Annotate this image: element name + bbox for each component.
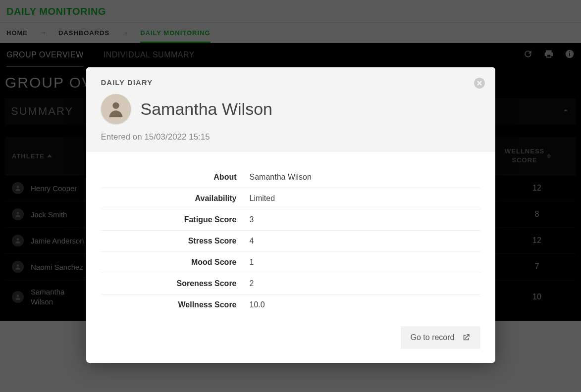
detail-value: 3 xyxy=(250,215,254,224)
detail-row: Mood Score1 xyxy=(101,252,480,273)
entered-timestamp: Entered on 15/03/2022 15:15 xyxy=(101,132,480,142)
detail-label: About xyxy=(101,173,250,182)
detail-row: Wellness Score10.0 xyxy=(101,294,480,315)
modal-footer: Go to record xyxy=(86,320,495,363)
detail-label: Availability xyxy=(101,194,250,203)
detail-value: Samantha Wilson xyxy=(250,173,312,182)
modal-body: AboutSamantha WilsonAvailabilityLimitedF… xyxy=(86,152,495,320)
detail-label: Wellness Score xyxy=(101,300,250,309)
detail-label: Fatigue Score xyxy=(101,215,250,224)
detail-value: 4 xyxy=(250,237,254,245)
detail-label: Stress Score xyxy=(101,237,250,245)
person-name: Samantha Wilson xyxy=(141,99,272,119)
svg-point-9 xyxy=(112,102,119,109)
modal-overlay[interactable]: DAILY DIARY Samantha Wilson Entered on 1… xyxy=(0,0,581,392)
detail-row: Fatigue Score3 xyxy=(101,209,480,231)
modal-title: DAILY DIARY xyxy=(101,78,480,87)
exit-icon xyxy=(462,333,471,342)
close-icon xyxy=(474,77,485,89)
detail-value: 10.0 xyxy=(250,300,265,309)
detail-label: Soreness Score xyxy=(101,279,250,288)
detail-value: 2 xyxy=(250,279,254,288)
detail-row: Stress Score4 xyxy=(101,231,480,252)
detail-value: Limited xyxy=(250,194,275,203)
daily-diary-modal: DAILY DIARY Samantha Wilson Entered on 1… xyxy=(86,67,495,363)
go-to-record-button[interactable]: Go to record xyxy=(401,326,480,349)
close-button[interactable] xyxy=(474,77,485,89)
detail-row: Soreness Score2 xyxy=(101,273,480,294)
detail-row: AboutSamantha Wilson xyxy=(101,167,480,188)
detail-label: Mood Score xyxy=(101,258,250,267)
avatar xyxy=(101,94,131,124)
modal-header: DAILY DIARY Samantha Wilson Entered on 1… xyxy=(86,67,495,152)
detail-value: 1 xyxy=(250,258,254,267)
go-to-record-label: Go to record xyxy=(411,333,455,342)
detail-row: AvailabilityLimited xyxy=(101,188,480,209)
